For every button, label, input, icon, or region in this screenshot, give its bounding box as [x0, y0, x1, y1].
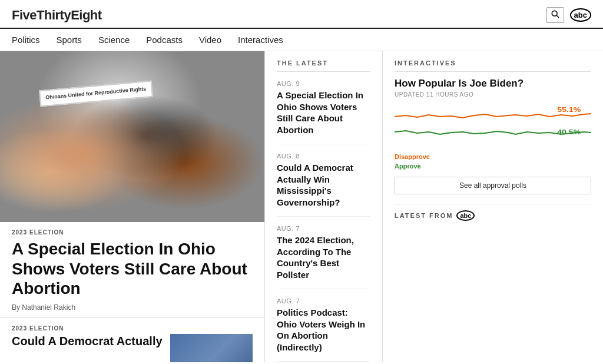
search-icon: [551, 10, 559, 18]
latest-abc-label: LATEST FROM: [395, 212, 453, 219]
chart-svg: 55.1% 40.5%: [395, 104, 591, 151]
hero-title[interactable]: A Special Election In Ohio Shows Voters …: [12, 239, 253, 299]
hero-category: 2023 ELECTION: [12, 229, 253, 236]
svg-text:55.1%: 55.1%: [557, 106, 581, 113]
col-left: Ohioans United for Reproductive Rights 2…: [0, 51, 265, 362]
interactive-card-sub: UPDATED 11 HOURS AGO: [395, 91, 591, 98]
list-item: AUG. 7 Everything You Need: [277, 362, 370, 362]
main-content: Ohioans United for Reproductive Rights 2…: [0, 51, 603, 362]
article-title[interactable]: Politics Podcast: Ohio Voters Weigh In O…: [277, 307, 370, 353]
article-date: AUG. 7: [277, 225, 370, 232]
second-article-thumbnail: [170, 334, 253, 362]
col-mid: THE LATEST AUG. 9 A Special Election In …: [265, 51, 383, 362]
site-logo[interactable]: FiveThirtyEight: [12, 8, 102, 23]
svg-line-1: [556, 15, 559, 18]
article-title[interactable]: The 2024 Election, According To The Coun…: [277, 234, 370, 280]
list-item: AUG. 8 Could A Democrat Actually Win Mis…: [277, 144, 370, 217]
disapprove-text: Disapprove: [395, 153, 430, 160]
nav-politics[interactable]: Politics: [12, 35, 40, 45]
svg-text:40.5%: 40.5%: [557, 128, 581, 135]
second-article-text: Could A Democrat Actually: [12, 334, 163, 348]
nav-science[interactable]: Science: [98, 35, 130, 45]
main-nav: Politics Sports Science Podcasts Video I…: [0, 29, 603, 51]
nav-sports[interactable]: Sports: [57, 35, 82, 45]
nav-podcasts[interactable]: Podcasts: [146, 35, 183, 45]
article-title[interactable]: A Special Election In Ohio Shows Voters …: [277, 90, 370, 135]
latest-abc-section: LATEST FROM abc: [395, 204, 591, 221]
svg-point-0: [552, 11, 557, 16]
article-date: AUG. 9: [277, 80, 370, 87]
abc-news-badge: abc: [456, 210, 475, 221]
article-date: AUG. 8: [277, 153, 370, 160]
search-button[interactable]: [546, 7, 564, 23]
list-item: AUG. 7 The 2024 Election, According To T…: [277, 217, 370, 289]
disapprove-label: Disapprove: [395, 153, 591, 160]
second-title[interactable]: Could A Democrat Actually: [12, 334, 163, 348]
see-approval-polls-button[interactable]: See all approval polls: [395, 177, 591, 194]
hero-author: By Nathaniel Rakich: [12, 303, 253, 312]
latest-section-label: THE LATEST: [277, 51, 370, 72]
article-title[interactable]: Could A Democrat Actually Win Mississipp…: [277, 162, 370, 208]
list-item: AUG. 7 Politics Podcast: Ohio Voters Wei…: [277, 289, 370, 362]
hero-text: 2023 ELECTION A Special Election In Ohio…: [0, 222, 264, 317]
approve-text: Approve: [395, 163, 421, 170]
interactives-section-label: INTERACTIVES: [395, 51, 591, 72]
chart-labels: Disapprove Approve: [395, 153, 591, 170]
nav-interactives[interactable]: Interactives: [238, 35, 283, 45]
nav-video[interactable]: Video: [199, 35, 221, 45]
second-category: 2023 ELECTION: [12, 325, 253, 332]
approval-chart: 55.1% 40.5%: [395, 104, 591, 151]
second-article: 2023 ELECTION Could A Democrat Actually: [0, 317, 264, 362]
interactive-card-title[interactable]: How Popular Is Joe Biden?: [395, 78, 591, 90]
abc-news-logo: abc: [570, 8, 591, 22]
header-right: abc: [546, 7, 591, 23]
header: FiveThirtyEight abc: [0, 0, 603, 29]
article-date: AUG. 7: [277, 297, 370, 305]
hero-image: Ohioans United for Reproductive Rights: [0, 51, 264, 222]
second-article-row: Could A Democrat Actually: [12, 334, 253, 362]
list-item: AUG. 9 A Special Election In Ohio Shows …: [277, 72, 370, 144]
approve-label: Approve: [395, 163, 591, 170]
col-right: INTERACTIVES How Popular Is Joe Biden? U…: [383, 51, 603, 362]
